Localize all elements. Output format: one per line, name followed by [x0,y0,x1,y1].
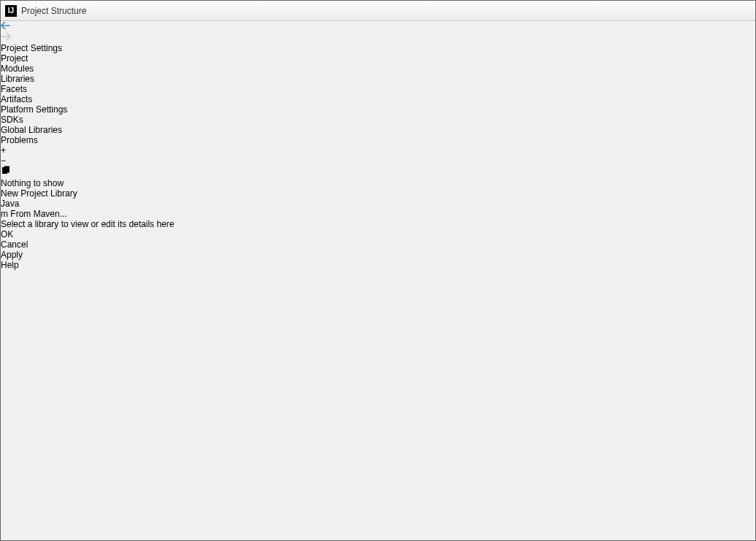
cancel-button[interactable]: Cancel [1,239,755,250]
library-list-panel: + − Nothing to show New Project Library … [1,145,755,219]
new-library-popup: New Project Library Java m From Maven... [1,188,755,219]
ok-button[interactable]: OK [1,229,755,239]
maven-icon: m [1,209,8,219]
popup-item-maven[interactable]: m From Maven... [1,209,755,219]
popup-item-label: Java [1,199,19,209]
popup-item-label: From Maven... [10,209,66,219]
copy-library-button[interactable] [1,166,755,178]
app-icon: IJ [5,5,17,17]
window-title: Project Structure [21,6,86,16]
detail-placeholder: Select a library to view or edit its det… [1,219,755,229]
copy-icon [1,166,11,176]
sidebar-item-facets[interactable]: Facets [1,84,755,94]
help-button[interactable]: Help [1,260,755,270]
back-button[interactable] [1,21,755,32]
forward-button[interactable] [1,32,755,43]
sidebar-item-problems[interactable]: Problems [1,135,755,145]
detail-panel: Select a library to view or edit its det… [1,219,755,229]
popup-title: New Project Library [1,188,755,199]
empty-library-message: Nothing to show [1,178,755,188]
nav-history [1,21,755,43]
sidebar-item-modules[interactable]: Modules [1,64,755,74]
sidebar: Project Settings Project Modules Librari… [1,21,755,145]
section-header-project-settings: Project Settings [1,43,755,53]
section-header-platform-settings: Platform Settings [1,104,755,115]
library-toolbar: + − [1,145,755,178]
remove-library-button[interactable]: − [1,156,755,166]
apply-button[interactable]: Apply [1,250,755,260]
sidebar-item-global-libraries[interactable]: Global Libraries [1,125,755,135]
sidebar-item-artifacts[interactable]: Artifacts [1,94,755,104]
dialog-buttons: OK Cancel Apply Help [1,229,755,270]
titlebar: IJ Project Structure [1,1,755,21]
sidebar-item-sdks[interactable]: SDKs [1,115,755,125]
sidebar-item-libraries[interactable]: Libraries [1,74,755,84]
close-button[interactable] [719,1,752,15]
svg-rect-1 [4,166,9,173]
add-library-button[interactable]: + [1,145,755,156]
sidebar-item-project[interactable]: Project [1,53,755,64]
plus-icon: + [1,145,6,156]
popup-item-java[interactable]: Java [1,199,755,209]
minus-icon: − [1,156,6,166]
